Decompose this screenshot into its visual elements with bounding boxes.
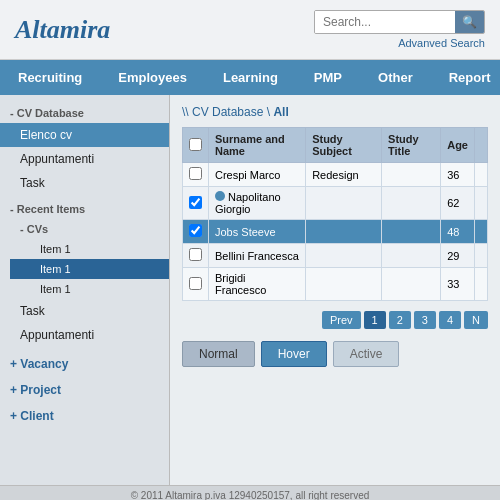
row-name: Brigidi Francesco — [209, 268, 306, 301]
select-all-checkbox[interactable] — [189, 138, 202, 151]
next-page-button[interactable]: N — [464, 311, 488, 329]
sidebar-toggle-vacancy[interactable]: + Vacancy — [0, 351, 169, 377]
sidebar-section-recent-title: - Recent Items — [0, 199, 169, 219]
row-title — [382, 268, 441, 301]
table-row: Bellini Francesca 29 — [183, 244, 488, 268]
sidebar-recent-task[interactable]: Task — [0, 299, 169, 323]
row-checkbox[interactable] — [189, 167, 202, 180]
search-bar: 🔍 — [314, 10, 485, 34]
sidebar-item-elenco-cv[interactable]: Elenco cv — [0, 123, 169, 147]
table-row: Crespi Marco Redesign 36 — [183, 163, 488, 187]
button-row: Normal Hover Active — [182, 341, 488, 367]
sidebar-section-recent: - Recent Items - CVs Item 1 Item 1 Item … — [0, 199, 169, 347]
row-name: Bellini Francesca — [209, 244, 306, 268]
row-subject: Redesign — [306, 163, 382, 187]
row-checkbox[interactable] — [189, 248, 202, 261]
table-header-row: Surname and Name Study Subject Study Tit… — [183, 128, 488, 163]
breadcrumb-current: All — [273, 105, 288, 119]
row-subject — [306, 220, 382, 244]
nav-item-employees[interactable]: Employees — [100, 60, 205, 95]
sidebar-sub-item-2[interactable]: Item 1 — [10, 259, 169, 279]
footer-text: © 2011 Altamira p.iva 12940250157, all r… — [131, 490, 370, 500]
row-extra — [474, 163, 487, 187]
col-age: Age — [441, 128, 475, 163]
active-button[interactable]: Active — [333, 341, 400, 367]
sidebar-sub-item-3[interactable]: Item 1 — [10, 279, 169, 299]
nav-item-report[interactable]: Report — [431, 60, 500, 95]
main-nav: Recruiting Employees Learning PMP Other … — [0, 60, 500, 95]
row-title — [382, 163, 441, 187]
table-row: Jobs Steeve 48 — [183, 220, 488, 244]
page-1-button[interactable]: 1 — [364, 311, 386, 329]
col-surname-name: Surname and Name — [209, 128, 306, 163]
row-checkbox-cell — [183, 220, 209, 244]
table-row: Brigidi Francesco 33 — [183, 268, 488, 301]
main-layout: - CV Database Elenco cv Appuntamenti Tas… — [0, 95, 500, 485]
search-button[interactable]: 🔍 — [455, 11, 484, 33]
row-checkbox-cell — [183, 268, 209, 301]
row-name: Crespi Marco — [209, 163, 306, 187]
row-extra — [474, 220, 487, 244]
sidebar-toggle-project[interactable]: + Project — [0, 377, 169, 403]
col-checkbox — [183, 128, 209, 163]
col-extra — [474, 128, 487, 163]
sidebar: - CV Database Elenco cv Appuntamenti Tas… — [0, 95, 170, 485]
sidebar-recent-appuntamenti[interactable]: Appuntamenti — [0, 323, 169, 347]
row-name: Napolitano Giorgio — [209, 187, 306, 220]
sidebar-section-cv-title: - CV Database — [0, 103, 169, 123]
row-name: Jobs Steeve — [209, 220, 306, 244]
row-extra — [474, 187, 487, 220]
nav-item-pmp[interactable]: PMP — [296, 60, 360, 95]
nav-item-learning[interactable]: Learning — [205, 60, 296, 95]
nav-item-recruiting[interactable]: Recruiting — [0, 60, 100, 95]
sidebar-section-cv: - CV Database Elenco cv Appuntamenti Tas… — [0, 103, 169, 195]
row-checkbox[interactable] — [189, 277, 202, 290]
row-subject — [306, 244, 382, 268]
row-checkbox-cell — [183, 187, 209, 220]
row-checkbox[interactable] — [189, 224, 202, 237]
header-right: 🔍 Advanved Search — [314, 10, 485, 49]
cv-table: Surname and Name Study Subject Study Tit… — [182, 127, 488, 301]
sidebar-sub-item-1[interactable]: Item 1 — [10, 239, 169, 259]
logo: Altamira — [15, 15, 110, 45]
header: Altamira 🔍 Advanved Search — [0, 0, 500, 60]
row-title — [382, 220, 441, 244]
page-4-button[interactable]: 4 — [439, 311, 461, 329]
col-study-subject: Study Subject — [306, 128, 382, 163]
row-checkbox-cell — [183, 244, 209, 268]
footer: © 2011 Altamira p.iva 12940250157, all r… — [0, 485, 500, 500]
hover-button[interactable]: Hover — [261, 341, 327, 367]
sidebar-cvs-group: - CVs Item 1 Item 1 Item 1 — [0, 219, 169, 299]
row-title — [382, 244, 441, 268]
pagination: Prev 1 2 3 4 N — [182, 311, 488, 329]
sidebar-item-task[interactable]: Task — [0, 171, 169, 195]
row-subject — [306, 268, 382, 301]
page-3-button[interactable]: 3 — [414, 311, 436, 329]
page-2-button[interactable]: 2 — [389, 311, 411, 329]
row-extra — [474, 244, 487, 268]
row-subject — [306, 187, 382, 220]
row-title — [382, 187, 441, 220]
search-input[interactable] — [315, 11, 455, 33]
breadcrumb-prefix: \\ CV Database \ — [182, 105, 273, 119]
table-row: Napolitano Giorgio 62 — [183, 187, 488, 220]
row-age: 48 — [441, 220, 475, 244]
col-study-title: Study Title — [382, 128, 441, 163]
nav-item-other[interactable]: Other — [360, 60, 431, 95]
row-age: 36 — [441, 163, 475, 187]
row-checkbox[interactable] — [189, 196, 202, 209]
row-age: 29 — [441, 244, 475, 268]
advanced-search-link[interactable]: Advanved Search — [398, 37, 485, 49]
sidebar-toggle-client[interactable]: + Client — [0, 403, 169, 429]
prev-page-button[interactable]: Prev — [322, 311, 361, 329]
content-area: \\ CV Database \ All Surname and Name St… — [170, 95, 500, 485]
normal-button[interactable]: Normal — [182, 341, 255, 367]
sidebar-item-appuntamenti[interactable]: Appuntamenti — [0, 147, 169, 171]
sidebar-cvs-subtitle: - CVs — [10, 219, 169, 239]
row-indicator — [215, 191, 225, 201]
breadcrumb: \\ CV Database \ All — [182, 105, 488, 119]
row-extra — [474, 268, 487, 301]
row-age: 33 — [441, 268, 475, 301]
row-age: 62 — [441, 187, 475, 220]
row-checkbox-cell — [183, 163, 209, 187]
